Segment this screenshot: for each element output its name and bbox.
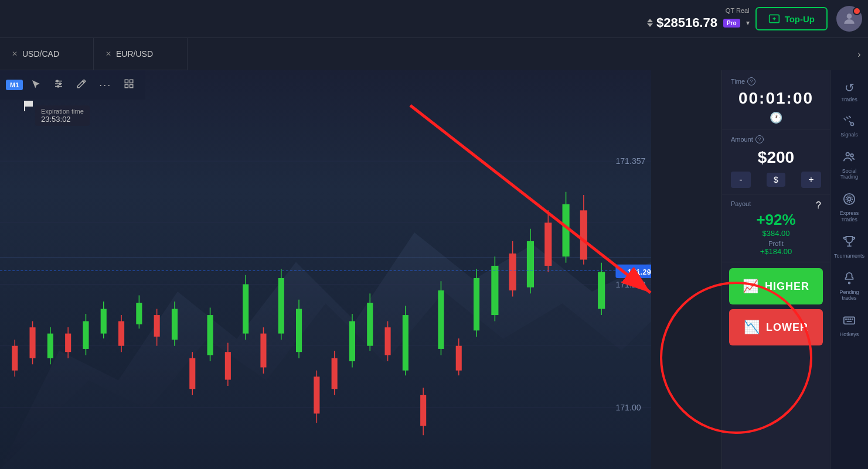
svg-point-102	[846, 152, 850, 156]
cursor-tool-button[interactable]	[26, 76, 46, 95]
amount-section: Amount ? $200 - $ +	[722, 129, 830, 194]
avatar-icon	[842, 11, 857, 26]
payout-section: Payout ? +92% $384.00 Profit +$184.00	[722, 194, 830, 262]
chart-expiry-info: Expiration time 23:53:02	[35, 105, 90, 126]
svg-text:171.296: 171.296	[628, 267, 651, 276]
time-help-icon[interactable]: ?	[747, 77, 755, 85]
far-right-sidebar: ↺ Trades Signals Social Trading	[830, 70, 868, 469]
m1-badge[interactable]: M1	[6, 80, 23, 90]
signals-label: Signals	[840, 132, 858, 138]
expiry-label: Expiration time	[41, 108, 84, 115]
topup-button[interactable]: Top-Up	[755, 7, 828, 30]
tournaments-icon	[843, 235, 856, 251]
time-section: Time ? 00:01:00 🕐	[722, 70, 830, 129]
social-trading-label: Social Trading	[833, 168, 866, 181]
account-balance: $28516.78	[656, 15, 717, 30]
currency-button[interactable]: $	[767, 173, 785, 187]
balance-arrows[interactable]	[647, 19, 653, 27]
sidebar-item-trades[interactable]: ↺ Trades	[830, 76, 868, 108]
pro-badge: Pro	[723, 19, 740, 28]
settings-button[interactable]	[49, 76, 69, 95]
trades-label: Trades	[841, 97, 857, 103]
account-name: QT Real	[726, 7, 750, 14]
asset-tab-usdcad[interactable]: ✕ USD/CAD	[0, 38, 94, 70]
header: QT Real $28516.78 Pro ▾ Top-Up	[0, 0, 868, 38]
express-trades-icon	[843, 193, 856, 208]
payout-return: $384.00	[731, 229, 821, 238]
amount-help-icon[interactable]: ?	[755, 135, 764, 143]
svg-rect-16	[130, 80, 133, 83]
trade-buttons: 📈 HIGHER 📉 LOWER	[722, 262, 830, 351]
topup-label: Top-Up	[785, 14, 815, 24]
asset-tab-eurusd-label: EUR/USD	[116, 49, 153, 59]
tab-scroll-right[interactable]: ›	[850, 38, 868, 70]
arrow-up-icon	[647, 19, 653, 22]
trading-panel: Time ? 00:01:00 🕐 Amount ? $200 - $ + Pa…	[721, 70, 830, 469]
dots-icon: ···	[99, 79, 111, 91]
amount-display: $200	[731, 148, 821, 167]
svg-point-103	[850, 154, 853, 157]
close-eurusd-icon[interactable]: ✕	[105, 50, 111, 58]
svg-rect-15	[125, 80, 128, 83]
svg-text:171.357: 171.357	[615, 156, 645, 166]
pen-icon	[76, 78, 87, 89]
topup-icon	[768, 13, 780, 25]
express-trades-label: Express Trades	[833, 210, 866, 223]
sidebar-item-signals[interactable]: Signals	[830, 111, 868, 143]
sliders-icon	[53, 78, 64, 89]
social-trading-icon	[843, 150, 856, 166]
svg-line-101	[849, 121, 851, 123]
grid-button[interactable]	[119, 76, 139, 95]
tournaments-label: Tournaments	[834, 253, 864, 259]
asset-tab-eurusd[interactable]: ✕ EUR/USD	[94, 38, 188, 70]
cursor-icon	[30, 78, 41, 89]
expiry-time-chart: 23:53:02	[41, 115, 84, 124]
chart-area: M1 ···	[0, 70, 651, 469]
time-section-label: Time	[731, 78, 745, 85]
svg-point-13	[59, 83, 61, 84]
payout-percent: +92%	[731, 211, 821, 229]
profit-label: Profit	[731, 240, 821, 247]
sidebar-item-hotkeys[interactable]: Hotkeys	[830, 309, 868, 343]
candlestick-chart: 171.357 171.200 171.00 171.296	[0, 100, 651, 469]
amount-plus-button[interactable]: +	[801, 172, 821, 188]
dots-button[interactable]: ···	[94, 76, 116, 94]
hotkeys-icon	[843, 314, 856, 330]
higher-button[interactable]: 📈 HIGHER	[729, 268, 823, 304]
svg-rect-17	[125, 84, 128, 87]
asset-tab-usdcad-label: USD/CAD	[22, 49, 59, 59]
amount-label: Amount	[731, 136, 753, 143]
sidebar-item-tournaments[interactable]: Tournaments	[830, 231, 868, 264]
svg-point-106	[846, 196, 853, 203]
pen-tool-button[interactable]	[72, 76, 91, 95]
higher-icon: 📈	[743, 279, 759, 294]
higher-label: HIGHER	[765, 280, 809, 293]
svg-point-12	[57, 80, 59, 82]
close-usdcad-icon[interactable]: ✕	[12, 50, 18, 58]
svg-rect-18	[130, 84, 133, 87]
arrow-down-icon	[647, 23, 653, 27]
trades-icon: ↺	[845, 81, 855, 95]
svg-text:171.00: 171.00	[615, 403, 641, 412]
asset-tabs: ✕ USD/CAD ✕ EUR/USD	[0, 38, 188, 70]
balance-dropdown-icon[interactable]: ▾	[746, 19, 750, 27]
lower-button[interactable]: 📉 LOWER	[729, 309, 823, 345]
svg-text:171.200: 171.200	[615, 279, 645, 289]
sidebar-item-pending-trades[interactable]: Pending trades	[830, 267, 868, 307]
sidebar-item-social-trading[interactable]: Social Trading	[830, 146, 868, 186]
amount-minus-button[interactable]: -	[731, 172, 751, 188]
sidebar-item-express-trades[interactable]: Express Trades	[830, 188, 868, 228]
countdown-display: 00:01:00	[731, 89, 821, 108]
hotkeys-label: Hotkeys	[840, 331, 859, 338]
payout-help-icon[interactable]: ?	[816, 200, 821, 211]
lower-label: LOWER	[766, 321, 808, 334]
pending-trades-label: Pending trades	[833, 289, 866, 302]
avatar-button[interactable]	[836, 6, 862, 32]
svg-rect-110	[844, 317, 855, 324]
profit-value: +$184.00	[731, 247, 821, 256]
svg-point-105	[847, 197, 851, 201]
pending-trades-icon	[843, 272, 856, 287]
chart-toolbar: M1 ···	[0, 70, 145, 100]
payout-label: Payout	[731, 200, 751, 207]
svg-point-109	[849, 282, 850, 283]
